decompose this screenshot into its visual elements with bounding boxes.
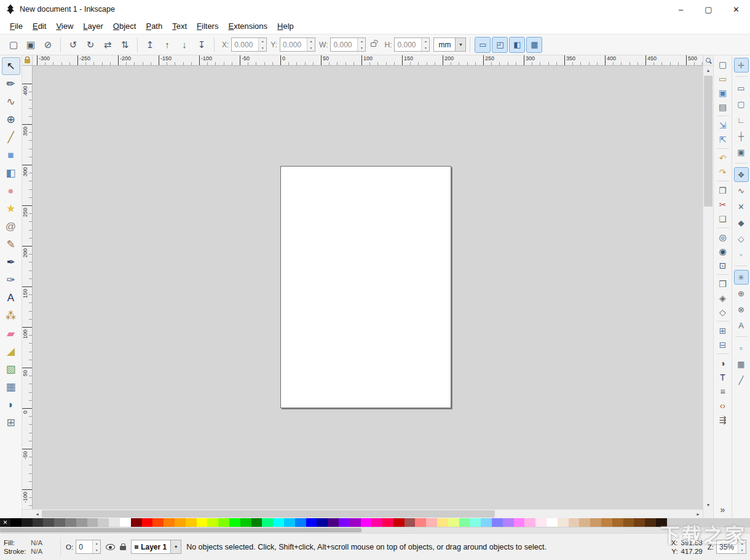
palette-swatch[interactable] <box>547 518 558 527</box>
palette-swatch[interactable] <box>229 518 240 527</box>
flip-horizontal-button[interactable]: ⇄ <box>100 37 116 53</box>
snap-smooth-nodes-toggle[interactable]: ◇ <box>734 231 749 246</box>
zoom-spinner[interactable]: ▲▼ <box>738 540 746 553</box>
snap-cusp-nodes-toggle[interactable]: ◆ <box>734 215 749 230</box>
layer-lock-toggle[interactable] <box>120 546 126 550</box>
palette-swatch[interactable] <box>76 518 87 527</box>
3d-box-tool[interactable]: ◧ <box>2 164 20 182</box>
affect-gradients-toggle[interactable]: ◧ <box>509 37 525 53</box>
palette-swatch[interactable] <box>350 518 361 527</box>
palette-swatch[interactable] <box>197 518 208 527</box>
palette-swatch[interactable] <box>361 518 372 527</box>
connector-tool[interactable]: ⊞ <box>2 414 20 432</box>
palette-swatch[interactable] <box>142 518 153 527</box>
layers-dialog-button[interactable]: ≡ <box>715 384 731 398</box>
new-document-button[interactable]: ▢ <box>715 57 731 71</box>
palette-swatch[interactable] <box>612 518 623 527</box>
commands-overflow-button[interactable]: » <box>715 502 731 516</box>
snap-rotation-centers-toggle[interactable]: ⊗ <box>734 302 749 317</box>
cut-button[interactable]: ✂ <box>715 197 731 211</box>
print-button[interactable]: ▤ <box>715 100 731 114</box>
selector-tool[interactable]: ↖ <box>2 57 20 75</box>
layer-select[interactable]: Layer 1 ▼ <box>131 540 181 554</box>
menu-filters[interactable]: Filters <box>192 20 223 33</box>
snap-bbox-edge-midpoints-toggle[interactable]: ┼ <box>734 128 749 143</box>
palette-swatch[interactable] <box>623 518 634 527</box>
palette-swatch[interactable] <box>175 518 186 527</box>
snap-bbox-corners-toggle[interactable]: ∟ <box>734 112 749 127</box>
duplicate-button[interactable]: ❒ <box>715 277 731 291</box>
h-input[interactable] <box>395 38 421 51</box>
x-spinner[interactable]: ▲▼ <box>258 38 266 51</box>
palette-swatch[interactable] <box>317 518 328 527</box>
maximize-button[interactable]: ▢ <box>695 0 722 18</box>
rotate-cw-button[interactable]: ↻ <box>82 37 98 53</box>
undo-button[interactable]: ↶ <box>715 151 731 165</box>
calligraphy-tool[interactable]: ✑ <box>2 271 20 289</box>
affect-stroke-toggle[interactable]: ▭ <box>475 37 491 53</box>
palette-swatch[interactable] <box>120 518 131 527</box>
y-spinner[interactable]: ▲▼ <box>307 38 315 51</box>
close-button[interactable]: ✕ <box>722 0 750 18</box>
snap-guide-toggle[interactable]: ╱ <box>734 373 749 387</box>
palette-swatch[interactable] <box>382 518 393 527</box>
canvas[interactable] <box>33 66 703 509</box>
snap-bbox-toggle[interactable]: ▭ <box>734 81 749 95</box>
zoom-input[interactable] <box>717 540 738 553</box>
text-tool[interactable]: A <box>2 289 20 307</box>
scroll-up-button[interactable]: ▴ <box>703 66 713 74</box>
palette-scrollbar-thumb[interactable] <box>0 528 361 532</box>
palette-swatch[interactable] <box>10 518 22 527</box>
palette-swatch[interactable] <box>645 518 656 527</box>
menu-text[interactable]: Text <box>167 20 192 33</box>
palette-swatch[interactable] <box>579 518 590 527</box>
open-document-button[interactable]: ▭ <box>715 71 731 85</box>
tweak-tool[interactable]: ∿ <box>2 93 20 111</box>
palette-swatch[interactable] <box>656 518 667 527</box>
snap-enable-toggle[interactable]: ✛ <box>734 58 749 73</box>
palette-swatch[interactable] <box>65 518 76 527</box>
palette-swatch[interactable] <box>240 518 251 527</box>
copy-button[interactable]: ❐ <box>715 183 731 197</box>
unit-select[interactable]: mm▼ <box>433 37 466 52</box>
minimize-button[interactable]: – <box>667 0 695 18</box>
rotate-ccw-button[interactable]: ↺ <box>65 37 81 53</box>
palette-swatch[interactable] <box>273 518 284 527</box>
palette-swatch[interactable] <box>524 518 535 527</box>
palette-swatch[interactable] <box>131 518 142 527</box>
zoom-drawing-button[interactable]: ◉ <box>715 244 731 258</box>
bezier-pen-tool[interactable]: ✒ <box>2 253 20 271</box>
paint-bucket-tool[interactable]: ◢ <box>2 342 20 360</box>
spray-tool[interactable]: ⁂ <box>2 307 20 325</box>
palette-swatch[interactable] <box>601 518 612 527</box>
snap-text-baseline-toggle[interactable]: A <box>734 318 749 333</box>
palette-swatch[interactable] <box>371 518 382 527</box>
rectangle-tool[interactable]: ■ <box>2 146 20 164</box>
gradient-tool[interactable]: ▧ <box>2 360 20 378</box>
menu-view[interactable]: View <box>51 20 78 33</box>
node-editor-tool[interactable]: ✏ <box>2 75 20 93</box>
ellipse-tool[interactable]: ● <box>2 182 20 200</box>
align-dialog-button[interactable]: ⇶ <box>715 412 731 427</box>
menu-help[interactable]: Help <box>272 20 299 33</box>
scroll-right-button[interactable]: ▸ <box>693 510 703 518</box>
menu-extensions[interactable]: Extensions <box>223 20 272 33</box>
snap-nodes-toggle[interactable]: ❖ <box>734 167 749 182</box>
vertical-ruler[interactable]: 400350300250200150100500-50-100 <box>22 66 33 509</box>
measure-tool[interactable]: ╱ <box>2 128 20 146</box>
opacity-input[interactable] <box>76 540 92 553</box>
menu-layer[interactable]: Layer <box>78 20 108 33</box>
mesh-gradient-tool[interactable]: ▦ <box>2 378 20 396</box>
export-button[interactable]: ⇱ <box>715 132 731 146</box>
vertical-scrollbar-thumb[interactable] <box>704 76 712 207</box>
palette-swatch[interactable] <box>306 518 317 527</box>
eraser-tool[interactable]: ▰ <box>2 325 20 342</box>
lower-button[interactable]: ↓ <box>176 37 192 53</box>
palette-swatch[interactable] <box>459 518 470 527</box>
vertical-scrollbar[interactable] <box>703 74 713 500</box>
snap-others-toggle[interactable]: ✳ <box>734 270 749 285</box>
snap-bbox-centers-toggle[interactable]: ▣ <box>734 144 749 159</box>
w-input[interactable] <box>331 38 357 51</box>
zoom-page-button[interactable]: ⊡ <box>715 258 731 272</box>
paste-button[interactable]: ❏ <box>715 211 731 226</box>
